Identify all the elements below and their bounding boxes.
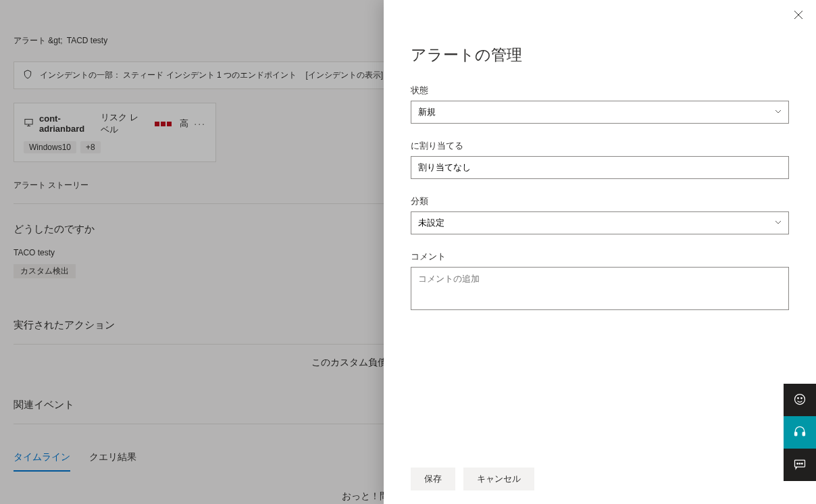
strip-support-button[interactable] [784, 416, 816, 449]
comment-label: コメント [411, 251, 789, 263]
close-button[interactable] [793, 9, 804, 22]
chat-icon [793, 457, 807, 473]
svg-point-2 [798, 397, 799, 399]
incident-text: スティード インシデント 1 つのエンドポイント [123, 70, 297, 80]
risk-label: リスク レベル [101, 111, 147, 136]
assign-label: に割り当てる [411, 140, 789, 152]
svg-rect-5 [802, 432, 805, 435]
manage-alert-panel: アラートの管理 状態 に割り当てる 分類 コメント [384, 0, 816, 504]
svg-rect-0 [25, 120, 32, 125]
machine-more-count[interactable]: +8 [80, 141, 101, 153]
tab-timeline[interactable]: タイムライン [14, 445, 70, 472]
strip-chat-button[interactable] [784, 449, 816, 481]
comment-textarea[interactable] [411, 267, 789, 310]
risk-level: 高 [180, 118, 188, 130]
state-select[interactable] [411, 101, 789, 124]
machine-overflow-menu[interactable]: ··· [194, 118, 206, 129]
svg-point-3 [801, 397, 802, 399]
assign-input[interactable] [411, 156, 789, 179]
classification-select[interactable] [411, 211, 789, 234]
svg-rect-4 [795, 432, 797, 435]
strip-feedback-button[interactable] [784, 384, 816, 416]
risk-squares-icon [155, 122, 172, 126]
machine-name: cont-adrianbard [39, 114, 95, 134]
svg-point-1 [795, 394, 805, 404]
machine-os: Windows10 [24, 141, 76, 153]
incident-prefix: インシデントの一部： [40, 70, 121, 80]
state-label: 状態 [411, 84, 789, 97]
svg-point-9 [802, 463, 803, 464]
emoji-icon [793, 393, 807, 408]
tab-query-results[interactable]: クエリ結果 [89, 445, 136, 472]
monitor-icon [24, 118, 34, 130]
cancel-button[interactable]: キャンセル [463, 468, 534, 490]
detection-tag: カスタム検出 [14, 264, 76, 278]
machine-card[interactable]: cont-adrianbard リスク レベル 高 ··· Windows10 … [14, 103, 216, 162]
headset-icon [793, 425, 807, 440]
panel-title: アラートの管理 [384, 14, 816, 79]
classification-label: 分類 [411, 195, 789, 207]
side-action-strip [784, 384, 816, 481]
breadcrumb-current: TACD testy [67, 36, 107, 45]
svg-point-8 [799, 463, 800, 464]
breadcrumb-root[interactable]: アラート &gt; [14, 35, 63, 47]
save-button[interactable]: 保存 [411, 468, 455, 490]
close-icon [793, 11, 804, 22]
svg-point-7 [797, 463, 798, 464]
shield-icon [22, 69, 33, 82]
